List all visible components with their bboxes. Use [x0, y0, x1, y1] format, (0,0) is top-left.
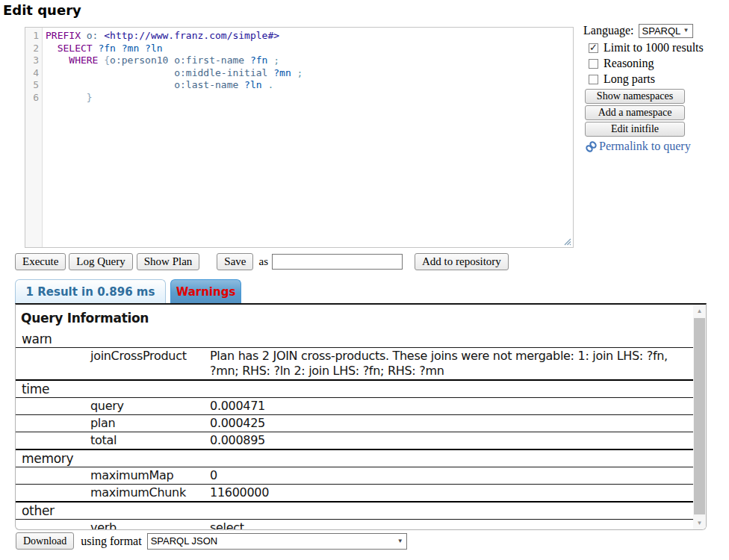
chevron-down-icon: ▼: [397, 538, 403, 544]
permalink-to-query-link[interactable]: Permalink to query: [585, 140, 727, 153]
save-as-label: as: [258, 255, 268, 268]
query-information-panel: Query Information warnjoinCrossProductPl…: [15, 303, 707, 530]
add-to-repository-button[interactable]: Add to repository: [415, 253, 509, 270]
edit-initfile-button[interactable]: Edit initfile: [585, 122, 685, 137]
show-namespaces-button[interactable]: Show namespaces: [585, 89, 685, 104]
metric-key: query: [90, 399, 210, 414]
line-number: 2: [25, 43, 39, 55]
query-options-panel: Language: SPARQL ▼ ✓Limit to 1000 result…: [583, 23, 727, 153]
section-header-other: other: [16, 501, 693, 519]
line-number: 4: [25, 67, 39, 80]
checkbox-label: Reasoning: [604, 57, 654, 70]
checkbox-box[interactable]: [589, 59, 598, 69]
code-line: o:last-name ?ln .: [46, 79, 573, 92]
language-label: Language:: [583, 24, 634, 37]
options-buttons: Show namespacesAdd a namespaceEdit initf…: [583, 89, 727, 137]
tab-warnings[interactable]: Warnings: [170, 279, 241, 303]
metric-key: maximumMap: [90, 468, 210, 483]
line-number: 1: [25, 30, 39, 43]
code-line: PREFIX o: <http://www.franz.com/simple#>: [46, 30, 573, 43]
editor-line-numbers: 123456: [25, 28, 43, 247]
save-button[interactable]: Save: [217, 253, 253, 270]
table-row: joinCrossProductPlan has 2 JOIN cross-pr…: [16, 347, 693, 379]
code-line: WHERE {o:person10 o:first-name ?fn ;: [46, 55, 573, 67]
panel-scrollbar[interactable]: ▲ ▼: [693, 305, 706, 529]
show-plan-button[interactable]: Show Plan: [137, 253, 200, 270]
metric-value: Plan has 2 JOIN cross-products. These jo…: [210, 349, 693, 379]
code-line: SELECT ?fn ?mn ?ln: [46, 43, 573, 55]
options-checkboxes: ✓Limit to 1000 resultsReasoningLong part…: [583, 42, 727, 85]
checkbox-label: Long parts: [604, 72, 655, 86]
editor-code[interactable]: PREFIX o: <http://www.franz.com/simple#>…: [43, 28, 573, 247]
checkbox-limit-to-1000-results[interactable]: ✓Limit to 1000 results: [589, 42, 727, 54]
link-icon: [585, 140, 598, 153]
tab-results[interactable]: 1 Result in 0.896 ms: [15, 279, 166, 303]
chevron-down-icon: ▼: [683, 28, 689, 34]
scroll-up-icon[interactable]: ▲: [693, 305, 706, 317]
resize-grip-icon: [562, 237, 571, 246]
language-select-value: SPARQL: [642, 25, 681, 37]
editor-resize-grip[interactable]: [562, 237, 571, 246]
download-bar: Download using format SPARQL JSON ▼: [16, 532, 407, 550]
query-editor[interactable]: 123456 PREFIX o: <http://www.franz.com/s…: [25, 27, 574, 248]
section-header-memory: memory: [16, 449, 693, 467]
language-select[interactable]: SPARQL ▼: [639, 24, 693, 38]
checkbox-reasoning[interactable]: Reasoning: [589, 57, 727, 69]
query-info-table: warnjoinCrossProductPlan has 2 JOIN cros…: [16, 331, 693, 529]
metric-value: 0.000895: [210, 433, 693, 448]
checkbox-label: Limit to 1000 results: [604, 41, 704, 55]
check-icon: ✓: [589, 42, 598, 53]
metric-value: 11600000: [210, 485, 693, 500]
query-toolbar: Execute Log Query Show Plan Save as Add …: [15, 252, 509, 271]
section-header-time: time: [16, 379, 693, 397]
metric-value: 0.000425: [210, 416, 693, 431]
table-row: verbselect: [16, 519, 693, 529]
line-number: 5: [25, 79, 39, 92]
checkbox-long-parts[interactable]: Long parts: [589, 73, 727, 85]
scroll-down-icon[interactable]: ▼: [693, 517, 706, 529]
results-tab-bar: 1 Result in 0.896 ms Warnings: [15, 279, 241, 303]
table-row: total0.000895: [16, 432, 693, 449]
scrollbar-thumb[interactable]: [694, 318, 705, 514]
table-row: plan0.000425: [16, 414, 693, 432]
metric-key: maximumChunk: [90, 485, 210, 500]
line-number: 3: [25, 55, 39, 67]
permalink-label: Permalink to query: [599, 140, 691, 153]
line-number: 6: [25, 92, 39, 105]
execute-button[interactable]: Execute: [15, 253, 66, 270]
query-information-content: Query Information warnjoinCrossProductPl…: [16, 305, 693, 529]
metric-key: plan: [90, 416, 210, 431]
format-select-value: SPARQL JSON: [151, 535, 218, 547]
query-information-heading: Query Information: [21, 311, 693, 326]
log-query-button[interactable]: Log Query: [69, 253, 132, 270]
table-row: maximumMap0: [16, 467, 693, 484]
page-title: Edit query: [3, 2, 81, 18]
section-header-warn: warn: [16, 331, 693, 347]
format-select[interactable]: SPARQL JSON ▼: [147, 533, 407, 550]
metric-key: verb: [90, 520, 210, 529]
metric-value: select: [210, 520, 693, 529]
code-line: o:middle-initial ?mn ;: [46, 67, 573, 80]
checkbox-box[interactable]: ✓: [589, 43, 598, 53]
metric-key: joinCrossProduct: [90, 349, 210, 379]
table-row: query0.000471: [16, 397, 693, 414]
language-row: Language: SPARQL ▼: [583, 23, 727, 38]
code-line: }: [46, 92, 573, 105]
metric-value: 0.000471: [210, 399, 693, 414]
table-row: maximumChunk11600000: [16, 484, 693, 501]
download-button[interactable]: Download: [16, 532, 74, 550]
metric-key: total: [90, 433, 210, 448]
add-a-namespace-button[interactable]: Add a namespace: [585, 105, 685, 120]
checkbox-box[interactable]: [589, 75, 598, 84]
using-format-label: using format: [81, 535, 141, 548]
save-name-input[interactable]: [272, 254, 403, 270]
metric-value: 0: [210, 468, 693, 483]
